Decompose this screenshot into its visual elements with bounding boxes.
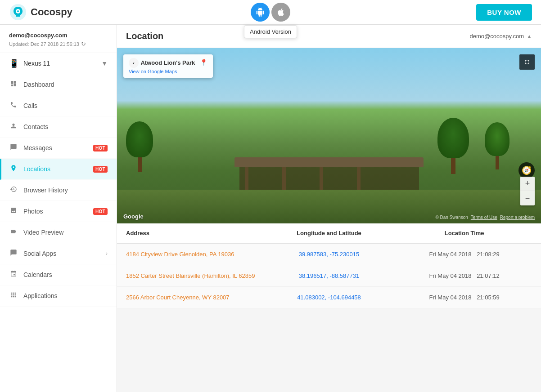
map-expand-button[interactable] <box>519 54 535 70</box>
row2-date: Fri May 04 2018 <box>429 272 472 279</box>
row3-time-val: 21:05:59 <box>477 294 500 301</box>
apple-icon <box>276 8 285 17</box>
sidebar-user-info: demo@cocospy.com Updated: Dec 27 2018 21… <box>0 25 117 53</box>
buy-now-button[interactable]: BUY NOW <box>476 4 532 21</box>
map-footer: Google <box>123 213 144 220</box>
android-tab[interactable] <box>251 3 270 22</box>
zoom-in-button[interactable]: + <box>520 177 535 191</box>
dashboard-icon <box>9 80 18 89</box>
account-chevron-icon: ▲ <box>527 33 532 40</box>
tree-2 <box>485 122 509 169</box>
android-icon <box>256 8 265 17</box>
social-apps-arrow-icon: › <box>106 250 108 257</box>
user-account-dropdown[interactable]: demo@cocospy.com ▲ <box>469 33 532 40</box>
user-email-display: demo@cocospy.com <box>469 33 524 40</box>
col-header-time: Location Time <box>397 230 532 236</box>
sidebar-label-browser-history: Browser History <box>23 187 108 194</box>
row1-address: 4184 Cityview Drive Glenolden, PA 19036 <box>126 251 261 258</box>
zoom-out-button[interactable]: − <box>520 191 535 205</box>
app-layout: demo@cocospy.com Updated: Dec 27 2018 21… <box>0 25 541 392</box>
platform-selector: Android Version <box>251 3 290 22</box>
row2-time: Fri May 04 2018 21:07:12 <box>397 272 532 279</box>
photos-icon <box>9 207 18 216</box>
refresh-icon[interactable]: ↻ <box>81 40 86 47</box>
messages-hot-badge: HOT <box>93 145 108 151</box>
google-logo: Google <box>123 213 144 220</box>
device-name: Nexus 11 <box>23 60 50 67</box>
row1-date: Fri May 04 2018 <box>429 251 472 258</box>
sidebar-label-locations: Locations <box>23 165 88 173</box>
sidebar-item-social-apps[interactable]: Social Apps › <box>0 243 117 264</box>
map-zoom-controls: + − <box>520 177 535 205</box>
device-dropdown-icon[interactable]: ▼ <box>101 60 108 67</box>
logo-text: Cocospy <box>31 6 72 18</box>
page-title: Location <box>126 31 163 41</box>
map-compass[interactable]: 🧭 <box>518 162 535 178</box>
main-content: Location demo@cocospy.com ▲ <box>117 25 541 392</box>
platform-tabs <box>251 3 290 22</box>
map-popup: ‹ Atwood Lion's Park 📍 View on Google Ma… <box>123 54 213 78</box>
sidebar-label-applications: Applications <box>23 292 108 299</box>
sidebar-item-contacts[interactable]: Contacts <box>0 116 117 138</box>
sidebar-label-dashboard: Dashboard <box>23 81 108 88</box>
sidebar-email: demo@cocospy.com <box>9 32 108 39</box>
locations-icon <box>9 165 18 174</box>
row3-coords[interactable]: 41.083002, -104.694458 <box>261 294 397 301</box>
view-on-maps-link[interactable]: View on Google Maps <box>129 69 207 74</box>
sidebar-label-calendars: Calendars <box>23 271 108 278</box>
popup-pin-icon: 📍 <box>200 59 207 66</box>
sidebar-label-messages: Messages <box>23 144 88 151</box>
sidebar-item-calls[interactable]: Calls <box>0 95 117 116</box>
shelter <box>234 157 424 192</box>
row2-address: 1852 Carter Street Blairsville (Hamilton… <box>126 272 261 279</box>
sidebar-item-applications[interactable]: Applications <box>0 285 117 307</box>
row3-time: Fri May 04 2018 21:05:59 <box>397 294 532 301</box>
compass-icon: 🧭 <box>522 165 532 175</box>
calendars-icon <box>9 270 18 279</box>
device-icon: 📱 <box>9 58 19 68</box>
row1-coords[interactable]: 39.987583, -75.230015 <box>261 251 397 258</box>
messages-icon <box>9 143 18 152</box>
row2-coords[interactable]: 38.196517, -88.587731 <box>261 272 397 279</box>
col-header-coords: Longitude and Latitude <box>261 230 397 236</box>
applications-icon <box>9 291 18 300</box>
sidebar-item-calendars[interactable]: Calendars <box>0 264 117 285</box>
popup-back-button[interactable]: ‹ <box>129 58 139 68</box>
map-credit-text: © Dan Swanson <box>435 215 468 220</box>
row1-time-val: 21:08:29 <box>477 251 500 258</box>
android-tooltip: Android Version <box>244 25 297 38</box>
sidebar-label-contacts: Contacts <box>23 123 108 130</box>
sidebar-item-dashboard[interactable]: Dashboard <box>0 74 117 95</box>
table-row: 2566 Arbor Court Cheyenne, WY 82007 41.0… <box>117 287 541 308</box>
map-credits: © Dan Swanson Terms of Use Report a prob… <box>435 215 535 220</box>
report-problem-link[interactable]: Report a problem <box>500 215 535 220</box>
browser-history-icon <box>9 186 18 195</box>
tree-1 <box>437 118 469 174</box>
locations-hot-badge: HOT <box>93 166 108 173</box>
tree-3 <box>126 121 153 172</box>
photos-hot-badge: HOT <box>93 208 108 215</box>
row1-time: Fri May 04 2018 21:08:29 <box>397 251 532 258</box>
cocospy-logo-icon <box>9 3 27 21</box>
row3-address: 2566 Arbor Court Cheyenne, WY 82007 <box>126 294 261 301</box>
sidebar-item-messages[interactable]: Messages HOT <box>0 138 117 159</box>
terms-of-use-link[interactable]: Terms of Use <box>471 215 497 220</box>
sidebar-label-calls: Calls <box>23 102 108 109</box>
logo: Cocospy <box>9 3 72 21</box>
sidebar-label-video-preview: Video Preview <box>23 229 108 236</box>
header: Cocospy Android Version BUY NOW <box>0 0 541 25</box>
sidebar: demo@cocospy.com Updated: Dec 27 2018 21… <box>0 25 117 392</box>
map-container: ‹ Atwood Lion's Park 📍 View on Google Ma… <box>117 48 541 223</box>
sidebar-item-browser-history[interactable]: Browser History <box>0 180 117 201</box>
device-section: 📱 Nexus 11 ▼ <box>0 53 117 74</box>
calls-icon <box>9 101 18 110</box>
svg-point-2 <box>17 10 19 12</box>
sidebar-item-locations[interactable]: Locations HOT <box>0 159 117 180</box>
ios-tab[interactable] <box>271 3 290 22</box>
table-header: Address Longitude and Latitude Location … <box>117 223 541 244</box>
sidebar-item-video-preview[interactable]: Video Preview <box>0 222 117 243</box>
popup-place-name: Atwood Lion's Park <box>140 59 195 66</box>
video-preview-icon <box>9 228 18 237</box>
sidebar-item-photos[interactable]: Photos HOT <box>0 201 117 222</box>
social-apps-icon <box>9 249 18 258</box>
